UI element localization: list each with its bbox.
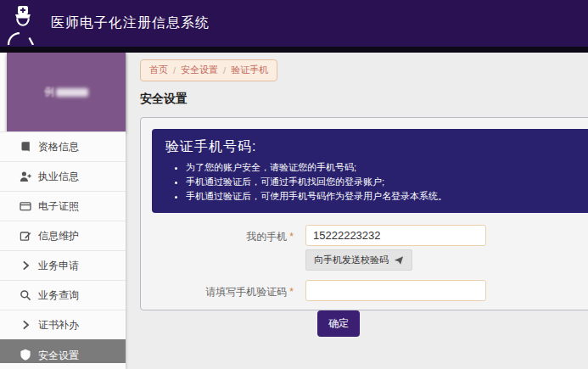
verify-phone-form: 我的手机* 向手机发送校验码 请填写手机验证码* — [152, 225, 588, 337]
sidebar-item-label: 业务申请 — [38, 259, 79, 273]
send-code-button[interactable]: 向手机发送校验码 — [305, 249, 412, 271]
shield-icon — [20, 349, 31, 361]
sidebar: 例 资格信息执业信息电子证照信息维护业务申请业务查询证书补办安全设置 — [0, 53, 126, 369]
breadcrumb-separator: / — [173, 65, 176, 75]
app-header: 医师电子化注册信息系统 — [0, 0, 588, 47]
breadcrumb-item-2[interactable]: 安全设置 — [181, 64, 218, 76]
user-name-redacted — [56, 88, 88, 97]
user-plus-icon — [20, 171, 31, 182]
app-title: 医师电子化注册信息系统 — [51, 14, 210, 32]
header-divider — [0, 47, 588, 53]
breadcrumb: 首页/安全设置/验证手机 — [140, 59, 277, 81]
required-asterisk: * — [289, 231, 294, 243]
paper-plane-icon — [394, 255, 404, 266]
notice-bullet: 为了您的账户安全，请验证您的手机号码; — [186, 160, 588, 175]
notice-bullet: 手机通过验证后，可通过手机找回您的登录账户; — [186, 175, 588, 189]
sidebar-item-7[interactable]: 证书补办 — [0, 310, 126, 339]
page-title: 安全设置 — [140, 92, 588, 107]
sidebar-item-label: 执业信息 — [38, 170, 79, 184]
sidebar-menu: 资格信息执业信息电子证照信息维护业务申请业务查询证书补办安全设置 — [0, 131, 126, 363]
phone-input[interactable] — [305, 225, 486, 246]
sidebar-item-8[interactable]: 安全设置 — [0, 339, 126, 363]
edit-icon — [20, 230, 31, 242]
code-label: 请填写手机验证码* — [152, 280, 305, 301]
sidebar-item-label: 电子证照 — [38, 199, 79, 214]
search-icon — [20, 289, 31, 301]
sidebar-item-label: 证书补办 — [38, 318, 79, 333]
sidebar-item-6[interactable]: 业务查询 — [0, 280, 126, 310]
send-code-label: 向手机发送校验码 — [314, 254, 389, 266]
sidebar-item-5[interactable]: 业务申请 — [0, 250, 126, 280]
chevron-right-icon — [20, 319, 31, 331]
confirm-button[interactable]: 确定 — [317, 310, 360, 337]
breadcrumb-item-3[interactable]: 验证手机 — [231, 64, 268, 76]
notice-title: 验证手机号码: — [165, 138, 588, 156]
notice-bullet: 手机通过验证后，可使用手机号码作为登录用户名登录本系统。 — [186, 189, 588, 204]
sidebar-item-label: 业务查询 — [38, 288, 79, 303]
id-card-icon — [20, 200, 31, 212]
sidebar-item-label: 安全设置 — [38, 349, 79, 363]
chevron-right-icon — [20, 260, 31, 271]
doctor-logo-icon — [6, 5, 40, 45]
required-asterisk: * — [289, 286, 294, 298]
main-content: 首页/安全设置/验证手机 安全设置 验证手机号码: 为了您的账户安全，请验证您的… — [126, 53, 588, 369]
security-settings-card: 验证手机号码: 为了您的账户安全，请验证您的手机号码;手机通过验证后，可通过手机… — [140, 117, 588, 310]
sidebar-item-2[interactable]: 执业信息 — [0, 161, 126, 191]
code-input[interactable] — [305, 280, 486, 301]
user-name: 例 — [44, 85, 54, 99]
notice-list: 为了您的账户安全，请验证您的手机号码;手机通过验证后，可通过手机找回您的登录账户… — [172, 160, 588, 204]
breadcrumb-item-1[interactable]: 首页 — [149, 64, 168, 76]
user-panel: 例 — [7, 53, 126, 131]
verify-phone-notice: 验证手机号码: 为了您的账户安全，请验证您的手机号码;手机通过验证后，可通过手机… — [152, 129, 588, 213]
breadcrumb-separator: / — [223, 65, 226, 75]
phone-label: 我的手机* — [152, 225, 305, 271]
sidebar-item-3[interactable]: 电子证照 — [0, 191, 126, 221]
sidebar-item-label: 信息维护 — [38, 229, 79, 243]
sidebar-item-1[interactable]: 资格信息 — [0, 131, 126, 161]
book-icon — [20, 141, 31, 153]
sidebar-item-label: 资格信息 — [38, 140, 79, 154]
sidebar-item-4[interactable]: 信息维护 — [0, 221, 126, 250]
